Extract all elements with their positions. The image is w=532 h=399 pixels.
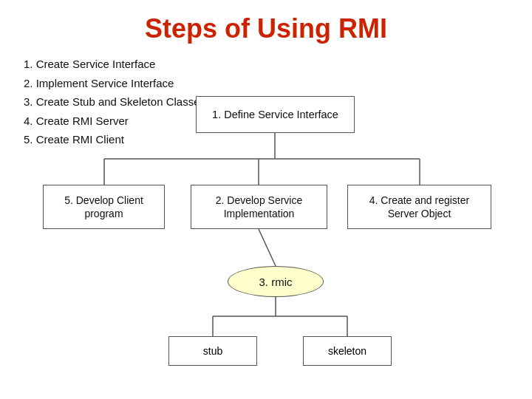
diagram-area: 1. Define Service Interface 5. Develop C… <box>37 96 525 362</box>
oval-rmic: 3. rmic <box>228 266 324 297</box>
connector-lines <box>37 96 525 362</box>
list-item: Create Service Interface <box>24 55 205 74</box>
box-skeleton: skeleton <box>303 336 392 366</box>
box-develop-service: 2. Develop Service Implementation <box>191 185 327 229</box>
box-create-server: 4. Create and register Server Object <box>347 185 491 229</box>
svg-line-5 <box>259 229 276 266</box>
box-develop-client: 5. Develop Client program <box>43 185 165 229</box>
box-stub: stub <box>168 336 257 366</box>
box-define-interface: 1. Define Service Interface <box>196 96 355 133</box>
list-item: Implement Service Interface <box>24 74 205 93</box>
page-title: Steps of Using RMI <box>0 0 532 52</box>
